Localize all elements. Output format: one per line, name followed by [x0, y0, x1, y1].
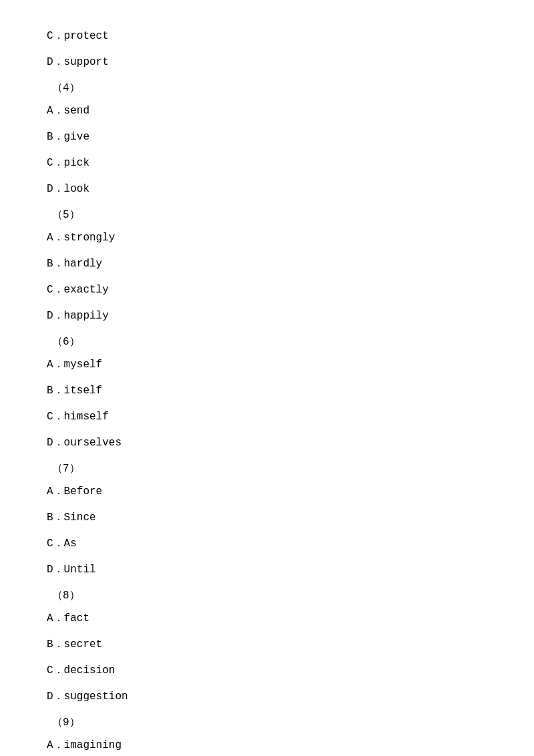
option-item: B．Since — [47, 508, 487, 528]
option-item: A．fact — [47, 609, 487, 628]
option-item: B．secret — [47, 635, 487, 654]
option-item: B．give — [47, 128, 487, 147]
option-item: D．Until — [47, 560, 487, 580]
option-item: B．hardly — [47, 254, 487, 274]
option-item: C．himself — [47, 407, 487, 427]
option-item: D．happily — [47, 307, 487, 326]
option-item: C．exactly — [47, 280, 487, 300]
option-item: C．pick — [47, 154, 487, 173]
option-item: A．myself — [47, 355, 487, 375]
option-item: D．suggestion — [47, 687, 487, 707]
option-item: D．support — [47, 53, 487, 72]
option-item: D．look — [47, 180, 487, 199]
question-number: （6） — [47, 333, 487, 352]
option-item: A．Before — [47, 482, 487, 502]
option-item: A．send — [47, 102, 487, 121]
question-number: （9） — [47, 713, 487, 733]
question-number: （8） — [47, 586, 487, 606]
question-number: （5） — [47, 206, 487, 225]
option-item: A．imagining — [47, 736, 487, 755]
main-content: C．protectD．support（4）A．sendB．giveC．pickD… — [0, 0, 534, 756]
option-item: C．As — [47, 534, 487, 554]
option-item: B．itself — [47, 381, 487, 401]
option-item: D．ourselves — [47, 433, 487, 453]
option-item: C．decision — [47, 661, 487, 681]
option-item: C．protect — [47, 27, 487, 46]
question-number: （7） — [47, 459, 487, 479]
option-item: A．strongly — [47, 228, 487, 248]
question-number: （4） — [47, 79, 487, 98]
